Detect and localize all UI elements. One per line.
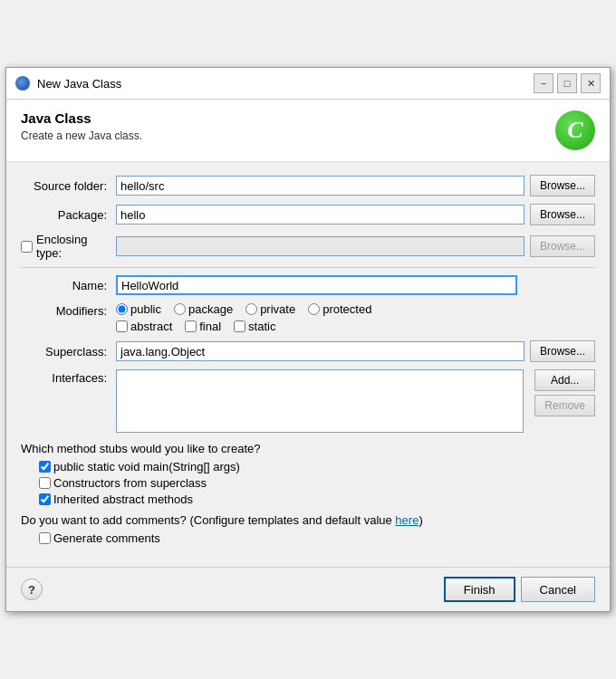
modifiers-access-line: public package private protected	[116, 302, 371, 316]
stub-inherited-checkbox[interactable]	[39, 493, 51, 505]
superclass-input[interactable]	[116, 341, 525, 361]
enclosing-browse-button[interactable]: Browse...	[530, 235, 595, 257]
package-row: Package: Browse...	[21, 204, 595, 225]
maximize-button[interactable]: □	[557, 73, 577, 93]
comments-option: Generate comments	[39, 531, 595, 545]
comments-here-link[interactable]: here	[395, 513, 419, 527]
modifier-package-radio[interactable]	[174, 303, 186, 315]
modifier-public-label: public	[130, 302, 161, 316]
modifier-package[interactable]: package	[174, 302, 233, 316]
modifiers-extra-line: abstract final static	[116, 320, 371, 333]
stub-main[interactable]: public static void main(String[] args)	[39, 460, 595, 473]
help-button[interactable]: ?	[21, 579, 43, 600]
interfaces-add-button[interactable]: Add...	[534, 369, 595, 391]
name-input[interactable]	[116, 275, 517, 295]
modifiers-row: Modifiers: public package private	[21, 302, 595, 333]
interfaces-buttons: Add... Remove	[529, 369, 595, 416]
stubs-options: public static void main(String[] args) C…	[39, 460, 595, 506]
source-folder-row: Source folder: Browse...	[21, 175, 595, 196]
generate-comments-checkbox[interactable]	[39, 532, 51, 544]
cancel-button[interactable]: Cancel	[521, 577, 595, 602]
stub-constructors[interactable]: Constructors from superclass	[39, 476, 595, 490]
modifier-protected[interactable]: protected	[308, 302, 371, 316]
modifier-static[interactable]: static	[234, 320, 275, 333]
enclosing-type-checkbox[interactable]	[21, 241, 33, 253]
enclosing-type-label: Enclosing type:	[36, 233, 107, 260]
stub-main-label: public static void main(String[] args)	[53, 460, 240, 473]
modifier-abstract-label: abstract	[130, 320, 172, 333]
header-subtitle: Create a new Java class.	[21, 129, 142, 142]
close-button[interactable]: ✕	[581, 73, 601, 93]
enclosing-type-row: Enclosing type: Browse...	[21, 233, 595, 260]
modifier-abstract-checkbox[interactable]	[116, 320, 128, 332]
source-folder-input[interactable]	[116, 176, 525, 196]
header-section: Java Class Create a new Java class. C	[6, 100, 610, 162]
interfaces-remove-button[interactable]: Remove	[534, 395, 595, 416]
modifiers-label: Modifiers:	[21, 302, 116, 318]
modifier-static-checkbox[interactable]	[234, 320, 245, 332]
header-text: Java Class Create a new Java class.	[21, 110, 142, 142]
comments-question-end: )	[419, 513, 422, 527]
modifier-final-checkbox[interactable]	[185, 320, 197, 332]
title-bar-left: New Java Class	[15, 76, 121, 91]
package-browse-button[interactable]: Browse...	[530, 204, 595, 225]
modifier-abstract[interactable]: abstract	[116, 320, 172, 333]
source-folder-label: Source folder:	[21, 179, 116, 193]
form-content: Source folder: Browse... Package: Browse…	[6, 162, 610, 567]
modifier-protected-radio[interactable]	[308, 303, 320, 315]
modifier-final[interactable]: final	[185, 320, 221, 333]
comments-question-text: Do you want to add comments? (Configure …	[21, 513, 395, 527]
stub-inherited[interactable]: Inherited abstract methods	[39, 493, 595, 506]
generate-comments[interactable]: Generate comments	[39, 531, 595, 545]
header-title: Java Class	[21, 110, 142, 126]
finish-button[interactable]: Finish	[444, 577, 515, 602]
modifier-private-radio[interactable]	[245, 303, 257, 315]
superclass-browse-button[interactable]: Browse...	[530, 340, 595, 362]
title-controls: − □ ✕	[534, 73, 601, 93]
stub-constructors-checkbox[interactable]	[39, 477, 51, 489]
modifier-public-radio[interactable]	[116, 303, 128, 315]
comments-question: Do you want to add comments? (Configure …	[21, 513, 595, 527]
enclosing-label-container: Enclosing type:	[21, 233, 116, 260]
interfaces-label: Interfaces:	[21, 369, 116, 385]
superclass-label: Superclass:	[21, 345, 116, 359]
divider-1	[21, 267, 595, 268]
footer-right: Finish Cancel	[444, 577, 595, 602]
app-icon	[15, 76, 30, 91]
package-label: Package:	[21, 208, 116, 222]
modifier-final-label: final	[199, 320, 221, 333]
comments-section: Do you want to add comments? (Configure …	[21, 513, 595, 545]
modifier-package-label: package	[188, 302, 233, 316]
enclosing-type-input[interactable]	[116, 236, 525, 256]
modifiers-content: public package private protected	[116, 302, 371, 333]
superclass-row: Superclass: Browse...	[21, 340, 595, 362]
name-label: Name:	[21, 279, 116, 292]
source-folder-browse-button[interactable]: Browse...	[530, 175, 595, 196]
modifier-protected-label: protected	[322, 302, 371, 316]
footer-left: ?	[21, 579, 43, 600]
modifier-public[interactable]: public	[116, 302, 161, 316]
stub-inherited-label: Inherited abstract methods	[53, 493, 193, 506]
new-java-class-dialog: New Java Class − □ ✕ Java Class Create a…	[5, 67, 611, 612]
stubs-question: Which method stubs would you like to cre…	[21, 442, 595, 455]
header-logo: C	[555, 110, 595, 150]
modifier-private[interactable]: private	[245, 302, 295, 316]
stubs-section: Which method stubs would you like to cre…	[21, 442, 595, 506]
stub-main-checkbox[interactable]	[39, 461, 51, 473]
name-row: Name:	[21, 275, 595, 295]
footer: ? Finish Cancel	[6, 567, 610, 611]
generate-comments-label: Generate comments	[53, 531, 160, 545]
package-input[interactable]	[116, 205, 525, 225]
minimize-button[interactable]: −	[534, 73, 553, 93]
dialog-title: New Java Class	[37, 77, 121, 91]
interfaces-listbox[interactable]	[116, 369, 524, 433]
interfaces-row: Interfaces: Add... Remove	[21, 369, 595, 433]
modifier-static-label: static	[248, 320, 275, 333]
modifier-private-label: private	[260, 302, 295, 316]
title-bar: New Java Class − □ ✕	[6, 68, 610, 100]
stub-constructors-label: Constructors from superclass	[53, 476, 207, 490]
